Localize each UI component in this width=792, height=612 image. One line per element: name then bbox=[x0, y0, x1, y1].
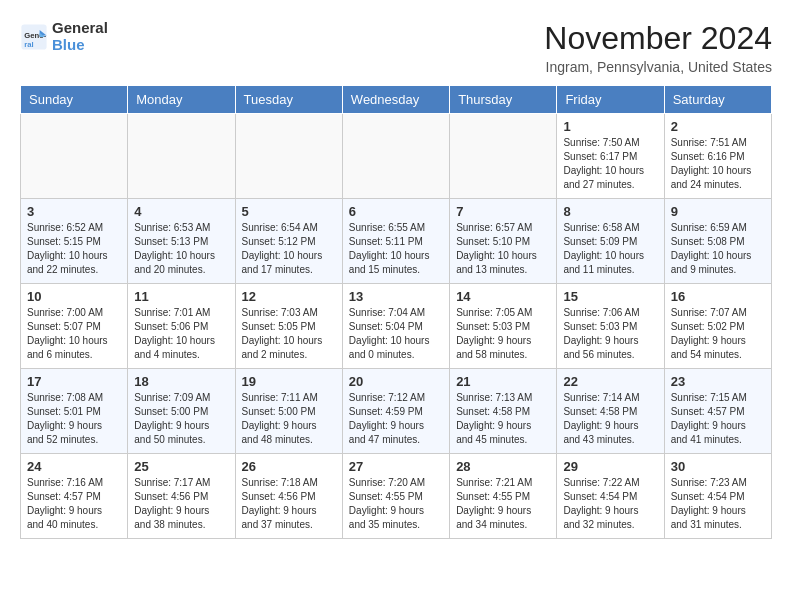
col-wednesday: Wednesday bbox=[342, 86, 449, 114]
table-row: 28Sunrise: 7:21 AM Sunset: 4:55 PM Dayli… bbox=[450, 454, 557, 539]
day-number: 24 bbox=[27, 459, 121, 474]
col-saturday: Saturday bbox=[664, 86, 771, 114]
table-row: 12Sunrise: 7:03 AM Sunset: 5:05 PM Dayli… bbox=[235, 284, 342, 369]
logo-icon: Gene- ral bbox=[20, 23, 48, 51]
day-number: 8 bbox=[563, 204, 657, 219]
day-number: 18 bbox=[134, 374, 228, 389]
day-info: Sunrise: 6:55 AM Sunset: 5:11 PM Dayligh… bbox=[349, 221, 443, 277]
table-row: 11Sunrise: 7:01 AM Sunset: 5:06 PM Dayli… bbox=[128, 284, 235, 369]
table-row: 17Sunrise: 7:08 AM Sunset: 5:01 PM Dayli… bbox=[21, 369, 128, 454]
day-info: Sunrise: 7:11 AM Sunset: 5:00 PM Dayligh… bbox=[242, 391, 336, 447]
day-number: 22 bbox=[563, 374, 657, 389]
table-row: 29Sunrise: 7:22 AM Sunset: 4:54 PM Dayli… bbox=[557, 454, 664, 539]
calendar-week-4: 17Sunrise: 7:08 AM Sunset: 5:01 PM Dayli… bbox=[21, 369, 772, 454]
table-row: 6Sunrise: 6:55 AM Sunset: 5:11 PM Daylig… bbox=[342, 199, 449, 284]
day-info: Sunrise: 7:51 AM Sunset: 6:16 PM Dayligh… bbox=[671, 136, 765, 192]
table-row: 27Sunrise: 7:20 AM Sunset: 4:55 PM Dayli… bbox=[342, 454, 449, 539]
day-info: Sunrise: 7:00 AM Sunset: 5:07 PM Dayligh… bbox=[27, 306, 121, 362]
day-info: Sunrise: 7:08 AM Sunset: 5:01 PM Dayligh… bbox=[27, 391, 121, 447]
day-number: 14 bbox=[456, 289, 550, 304]
day-number: 1 bbox=[563, 119, 657, 134]
day-info: Sunrise: 7:06 AM Sunset: 5:03 PM Dayligh… bbox=[563, 306, 657, 362]
day-number: 12 bbox=[242, 289, 336, 304]
table-row bbox=[342, 114, 449, 199]
day-number: 3 bbox=[27, 204, 121, 219]
table-row: 1Sunrise: 7:50 AM Sunset: 6:17 PM Daylig… bbox=[557, 114, 664, 199]
table-row: 23Sunrise: 7:15 AM Sunset: 4:57 PM Dayli… bbox=[664, 369, 771, 454]
table-row: 3Sunrise: 6:52 AM Sunset: 5:15 PM Daylig… bbox=[21, 199, 128, 284]
day-number: 30 bbox=[671, 459, 765, 474]
day-number: 26 bbox=[242, 459, 336, 474]
table-row: 7Sunrise: 6:57 AM Sunset: 5:10 PM Daylig… bbox=[450, 199, 557, 284]
day-info: Sunrise: 6:52 AM Sunset: 5:15 PM Dayligh… bbox=[27, 221, 121, 277]
day-info: Sunrise: 7:16 AM Sunset: 4:57 PM Dayligh… bbox=[27, 476, 121, 532]
table-row: 18Sunrise: 7:09 AM Sunset: 5:00 PM Dayli… bbox=[128, 369, 235, 454]
day-number: 17 bbox=[27, 374, 121, 389]
day-info: Sunrise: 7:03 AM Sunset: 5:05 PM Dayligh… bbox=[242, 306, 336, 362]
day-info: Sunrise: 7:15 AM Sunset: 4:57 PM Dayligh… bbox=[671, 391, 765, 447]
table-row: 24Sunrise: 7:16 AM Sunset: 4:57 PM Dayli… bbox=[21, 454, 128, 539]
day-number: 2 bbox=[671, 119, 765, 134]
table-row: 8Sunrise: 6:58 AM Sunset: 5:09 PM Daylig… bbox=[557, 199, 664, 284]
day-number: 10 bbox=[27, 289, 121, 304]
day-info: Sunrise: 7:21 AM Sunset: 4:55 PM Dayligh… bbox=[456, 476, 550, 532]
day-number: 7 bbox=[456, 204, 550, 219]
day-info: Sunrise: 6:54 AM Sunset: 5:12 PM Dayligh… bbox=[242, 221, 336, 277]
day-info: Sunrise: 7:07 AM Sunset: 5:02 PM Dayligh… bbox=[671, 306, 765, 362]
day-info: Sunrise: 6:53 AM Sunset: 5:13 PM Dayligh… bbox=[134, 221, 228, 277]
day-info: Sunrise: 7:14 AM Sunset: 4:58 PM Dayligh… bbox=[563, 391, 657, 447]
logo: Gene- ral General Blue bbox=[20, 20, 108, 53]
day-info: Sunrise: 7:23 AM Sunset: 4:54 PM Dayligh… bbox=[671, 476, 765, 532]
logo-text: General Blue bbox=[52, 20, 108, 53]
day-number: 25 bbox=[134, 459, 228, 474]
calendar-week-3: 10Sunrise: 7:00 AM Sunset: 5:07 PM Dayli… bbox=[21, 284, 772, 369]
table-row: 26Sunrise: 7:18 AM Sunset: 4:56 PM Dayli… bbox=[235, 454, 342, 539]
day-info: Sunrise: 7:22 AM Sunset: 4:54 PM Dayligh… bbox=[563, 476, 657, 532]
location-subtitle: Ingram, Pennsylvania, United States bbox=[544, 59, 772, 75]
table-row bbox=[235, 114, 342, 199]
day-number: 13 bbox=[349, 289, 443, 304]
table-row bbox=[21, 114, 128, 199]
day-number: 6 bbox=[349, 204, 443, 219]
table-row: 21Sunrise: 7:13 AM Sunset: 4:58 PM Dayli… bbox=[450, 369, 557, 454]
day-info: Sunrise: 7:04 AM Sunset: 5:04 PM Dayligh… bbox=[349, 306, 443, 362]
day-number: 29 bbox=[563, 459, 657, 474]
col-friday: Friday bbox=[557, 86, 664, 114]
day-info: Sunrise: 7:05 AM Sunset: 5:03 PM Dayligh… bbox=[456, 306, 550, 362]
calendar-week-2: 3Sunrise: 6:52 AM Sunset: 5:15 PM Daylig… bbox=[21, 199, 772, 284]
table-row: 10Sunrise: 7:00 AM Sunset: 5:07 PM Dayli… bbox=[21, 284, 128, 369]
day-number: 5 bbox=[242, 204, 336, 219]
table-row bbox=[128, 114, 235, 199]
day-number: 11 bbox=[134, 289, 228, 304]
table-row: 25Sunrise: 7:17 AM Sunset: 4:56 PM Dayli… bbox=[128, 454, 235, 539]
col-thursday: Thursday bbox=[450, 86, 557, 114]
day-info: Sunrise: 6:58 AM Sunset: 5:09 PM Dayligh… bbox=[563, 221, 657, 277]
table-row: 20Sunrise: 7:12 AM Sunset: 4:59 PM Dayli… bbox=[342, 369, 449, 454]
day-number: 27 bbox=[349, 459, 443, 474]
logo-line1: General bbox=[52, 19, 108, 36]
table-row: 19Sunrise: 7:11 AM Sunset: 5:00 PM Dayli… bbox=[235, 369, 342, 454]
table-row: 14Sunrise: 7:05 AM Sunset: 5:03 PM Dayli… bbox=[450, 284, 557, 369]
day-info: Sunrise: 7:17 AM Sunset: 4:56 PM Dayligh… bbox=[134, 476, 228, 532]
day-info: Sunrise: 7:09 AM Sunset: 5:00 PM Dayligh… bbox=[134, 391, 228, 447]
day-number: 28 bbox=[456, 459, 550, 474]
table-row: 16Sunrise: 7:07 AM Sunset: 5:02 PM Dayli… bbox=[664, 284, 771, 369]
day-number: 21 bbox=[456, 374, 550, 389]
day-number: 19 bbox=[242, 374, 336, 389]
day-number: 9 bbox=[671, 204, 765, 219]
table-row: 4Sunrise: 6:53 AM Sunset: 5:13 PM Daylig… bbox=[128, 199, 235, 284]
day-number: 23 bbox=[671, 374, 765, 389]
table-row: 22Sunrise: 7:14 AM Sunset: 4:58 PM Dayli… bbox=[557, 369, 664, 454]
day-number: 4 bbox=[134, 204, 228, 219]
day-number: 15 bbox=[563, 289, 657, 304]
table-row: 30Sunrise: 7:23 AM Sunset: 4:54 PM Dayli… bbox=[664, 454, 771, 539]
day-info: Sunrise: 7:50 AM Sunset: 6:17 PM Dayligh… bbox=[563, 136, 657, 192]
month-title: November 2024 bbox=[544, 20, 772, 57]
day-info: Sunrise: 7:12 AM Sunset: 4:59 PM Dayligh… bbox=[349, 391, 443, 447]
calendar-week-1: 1Sunrise: 7:50 AM Sunset: 6:17 PM Daylig… bbox=[21, 114, 772, 199]
table-row: 13Sunrise: 7:04 AM Sunset: 5:04 PM Dayli… bbox=[342, 284, 449, 369]
svg-text:ral: ral bbox=[24, 39, 33, 48]
day-number: 16 bbox=[671, 289, 765, 304]
logo-line2: Blue bbox=[52, 36, 85, 53]
table-row: 9Sunrise: 6:59 AM Sunset: 5:08 PM Daylig… bbox=[664, 199, 771, 284]
